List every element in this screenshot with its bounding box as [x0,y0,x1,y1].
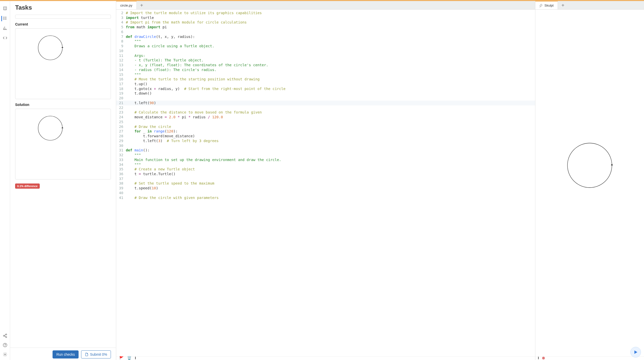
cursor-icon[interactable]: I [135,356,136,360]
svg-point-10 [6,334,7,335]
line-number: 14 [116,68,125,72]
code-line[interactable]: 16 # Move the turtle to the starting pos… [116,77,535,82]
code-content: # Calculate the distance to move based o… [125,110,262,115]
book-icon[interactable] [3,6,7,11]
gear-icon[interactable] [3,352,7,357]
code-line[interactable]: 24 move_distance = 2.0 * pi * radius / 1… [116,115,535,120]
code-line[interactable]: 7def drawCircle(t, x, y, radius): [116,34,535,39]
code-content: # Move the turtle to the starting positi… [125,77,260,82]
code-line[interactable]: 8 """ [116,39,535,44]
chart-icon[interactable] [3,26,7,31]
code-line[interactable]: 33 Main function to set up the drawing e… [116,158,535,162]
line-number: 40 [116,191,125,195]
code-line[interactable]: 22 [116,105,535,110]
tab-skulpt[interactable]: Skulpt [535,1,558,9]
code-line[interactable]: 17 t.up() [116,82,535,86]
code-content: """ [125,153,141,158]
line-number: 41 [116,195,125,200]
editor-panel: circle.py + 2# Import the turtle module … [116,1,535,360]
line-number: 24 [116,115,125,120]
editor-tab-add[interactable]: + [137,1,147,9]
flag-icon[interactable]: 🚩 [119,356,124,360]
code-content [125,176,126,181]
code-line[interactable]: 23 # Calculate the distance to move base… [116,110,535,115]
task-footer: Run checks Submit 0% [10,348,116,360]
code-line[interactable]: 18 t.goto(x + radius, y) # Start from th… [116,86,535,91]
output-tab-add[interactable]: + [558,1,568,9]
code-line[interactable]: 41 # Draw the circle with given paramete… [116,195,535,200]
code-line[interactable]: 39 t.speed(10) [116,186,535,191]
code-line[interactable]: 12 - t (Turtle): The Turtle object. [116,58,535,63]
svg-marker-24 [634,350,637,354]
code-content: Main function to set up the drawing envi… [125,158,281,162]
svg-point-12 [6,336,7,338]
svg-point-11 [3,335,5,336]
code-content: move_distance = 2.0 * pi * radius / 120.… [125,115,223,120]
code-content: """ [125,72,141,77]
code-line[interactable]: 40 [116,191,535,195]
tab-label: circle.py [120,4,132,7]
help-icon[interactable] [3,343,7,348]
tab-circle-py[interactable]: circle.py [116,1,137,9]
code-content: for _ in range(120): [125,129,178,134]
code-line[interactable]: 3import turtle [116,15,535,20]
code-line[interactable]: 32 """ [116,153,535,158]
share-icon[interactable] [3,333,7,339]
submit-button[interactable]: Submit 0% [81,350,111,358]
line-number: 32 [116,153,125,158]
code-line[interactable]: 38 # Set the turtle speed to the maximum [116,181,535,186]
code-content: # Set the turtle speed to the maximum [125,181,214,186]
code-content: t.speed(10) [125,186,158,191]
code-line[interactable]: 13 - x, y (float, float): The coordinate… [116,63,535,68]
code-content: # Draw the circle [125,124,171,129]
editor-tabs: circle.py + [116,1,535,10]
stop-icon[interactable]: ⬣ [542,356,545,360]
code-content [125,96,126,101]
code-line[interactable]: 2# Import the turtle module to utilize i… [116,11,535,15]
code-line[interactable]: 15 """ [116,72,535,77]
code-content: t.down() [125,91,152,96]
code-content: - t (Turtle): The Turtle object. [125,58,204,63]
code-line[interactable]: 6 [116,30,535,34]
code-content: def main(): [125,148,150,153]
code-line[interactable]: 30 [116,143,535,148]
code-line[interactable]: 21 t.left(90) [116,101,535,105]
play-button[interactable] [630,347,641,357]
output-canvas [535,10,644,356]
submit-button-label: Submit 0% [90,352,107,356]
code-line[interactable]: 36 t = turtle.Turtle() [116,172,535,176]
line-number: 15 [116,72,125,77]
line-number: 11 [116,53,125,58]
line-number: 26 [116,124,125,129]
code-content [125,49,126,53]
code-line[interactable]: 20 [116,96,535,101]
line-number: 13 [116,63,125,68]
line-number: 31 [116,148,125,153]
code-line[interactable]: 11 Args: [116,53,535,58]
trash-icon[interactable]: 🗑️ [127,356,131,360]
code-line[interactable]: 37 [116,176,535,181]
code-line[interactable]: 26 # Draw the circle [116,124,535,129]
code-editor[interactable]: 2# Import the turtle module to utilize i… [116,10,535,356]
run-checks-button[interactable]: Run checks [53,350,79,358]
code-content: # Import the turtle module to utilize it… [125,11,262,15]
code-line[interactable]: 27 for _ in range(120): [116,129,535,134]
code-line[interactable]: 28 t.forward(move_distance) [116,134,535,139]
code-line[interactable]: 31def main(): [116,148,535,153]
code-line[interactable]: 4# Import pi from the math module for ci… [116,20,535,25]
list-icon[interactable] [1,16,7,21]
cursor-icon-2[interactable]: I [538,356,539,360]
code-content: # Create a new Turtle object [125,167,195,172]
code-line[interactable]: 25 [116,120,535,124]
code-icon[interactable] [3,36,7,41]
code-line[interactable]: 10 [116,49,535,53]
code-line[interactable]: 19 t.down() [116,91,535,96]
code-line[interactable]: 34 """ [116,162,535,167]
code-line[interactable]: 5from math import pi [116,25,535,30]
code-line[interactable]: 9 Draws a circle using a Turtle object. [116,44,535,49]
code-line[interactable]: 29 t.left(3) # Turn left by 3 degrees [116,139,535,143]
line-number: 7 [116,34,125,39]
line-number: 33 [116,158,125,162]
code-line[interactable]: 35 # Create a new Turtle object [116,167,535,172]
code-line[interactable]: 14 - radius (float): The circle's radius… [116,68,535,72]
